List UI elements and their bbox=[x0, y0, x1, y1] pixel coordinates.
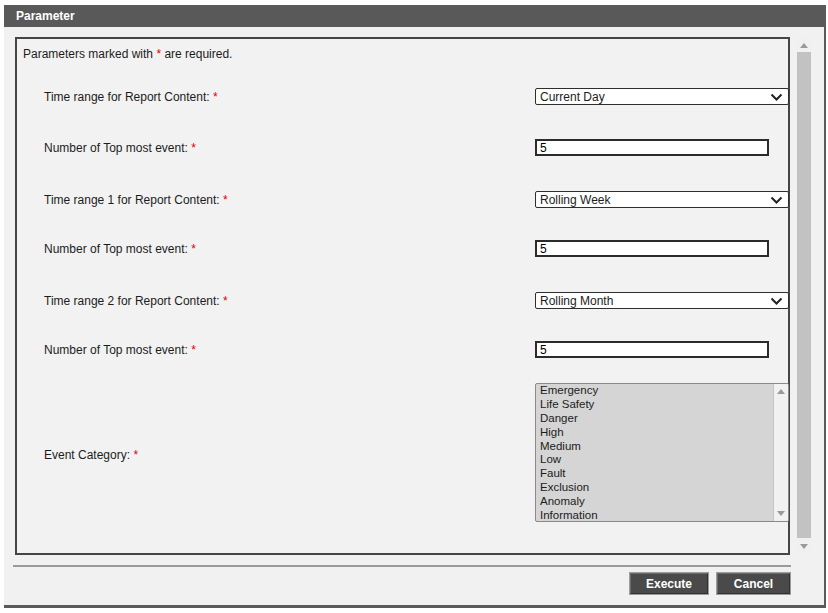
list-item[interactable]: Information bbox=[536, 509, 773, 522]
time-range-1-select[interactable]: Rolling Week bbox=[535, 191, 789, 208]
list-item[interactable]: High bbox=[536, 426, 773, 440]
label-top-most-event-1: Number of Top most event: * bbox=[44, 141, 196, 155]
panel-scrollbar[interactable] bbox=[796, 38, 812, 553]
list-item[interactable]: Anomaly bbox=[536, 495, 773, 509]
top-most-event-input-1[interactable] bbox=[535, 139, 769, 156]
dialog-title: Parameter bbox=[16, 9, 75, 23]
parameter-form-panel: Parameters marked with * are required. T… bbox=[15, 37, 790, 555]
listbox-scrollbar[interactable] bbox=[773, 384, 788, 521]
list-item[interactable]: Fault bbox=[536, 467, 773, 481]
required-asterisk: * bbox=[191, 343, 196, 357]
cancel-button[interactable]: Cancel bbox=[716, 572, 791, 595]
time-range-select[interactable]: Current Day bbox=[535, 88, 789, 105]
scroll-down-icon[interactable] bbox=[796, 539, 812, 553]
required-info-text: Parameters marked with * are required. bbox=[23, 47, 232, 61]
time-range-2-select[interactable]: Rolling Month bbox=[535, 292, 789, 309]
dialog-titlebar: Parameter bbox=[4, 5, 824, 27]
label-top-most-event-3: Number of Top most event: * bbox=[44, 343, 196, 357]
list-item[interactable]: Danger bbox=[536, 412, 773, 426]
scroll-down-icon[interactable] bbox=[774, 507, 788, 520]
required-asterisk: * bbox=[191, 242, 196, 256]
label-event-category: Event Category: * bbox=[44, 448, 138, 462]
scrollbar-thumb[interactable] bbox=[797, 52, 811, 538]
list-item[interactable]: Exclusion bbox=[536, 481, 773, 495]
chevron-down-icon bbox=[770, 297, 783, 305]
time-range-2-select-value: Rolling Month bbox=[540, 294, 613, 308]
event-category-listbox[interactable]: Emergency Life Safety Danger High Medium… bbox=[535, 383, 789, 522]
chevron-down-icon bbox=[770, 196, 783, 204]
top-most-event-input-2[interactable] bbox=[535, 240, 769, 257]
list-item[interactable]: Life Safety bbox=[536, 398, 773, 412]
label-time-range-report: Time range for Report Content: * bbox=[44, 90, 218, 104]
parameter-dialog: Parameter Parameters marked with * are r… bbox=[4, 5, 826, 608]
footer-divider bbox=[13, 565, 791, 567]
label-time-range-2-report: Time range 2 for Report Content: * bbox=[44, 294, 228, 308]
execute-button[interactable]: Execute bbox=[629, 572, 709, 595]
list-item[interactable]: Emergency bbox=[536, 384, 773, 398]
required-asterisk: * bbox=[223, 294, 228, 308]
top-most-event-input-3[interactable] bbox=[535, 341, 769, 358]
scroll-up-icon[interactable] bbox=[774, 385, 788, 398]
event-category-options: Emergency Life Safety Danger High Medium… bbox=[536, 384, 773, 521]
chevron-down-icon bbox=[770, 93, 783, 101]
required-asterisk: * bbox=[191, 141, 196, 155]
scroll-up-icon[interactable] bbox=[796, 38, 812, 52]
label-time-range-1-report: Time range 1 for Report Content: * bbox=[44, 193, 228, 207]
required-asterisk: * bbox=[223, 193, 228, 207]
required-asterisk: * bbox=[156, 47, 161, 61]
list-item[interactable]: Low bbox=[536, 453, 773, 467]
time-range-select-value: Current Day bbox=[540, 90, 605, 104]
required-asterisk: * bbox=[213, 90, 218, 104]
required-asterisk: * bbox=[133, 448, 138, 462]
time-range-1-select-value: Rolling Week bbox=[540, 193, 610, 207]
list-item[interactable]: Medium bbox=[536, 440, 773, 454]
label-top-most-event-2: Number of Top most event: * bbox=[44, 242, 196, 256]
